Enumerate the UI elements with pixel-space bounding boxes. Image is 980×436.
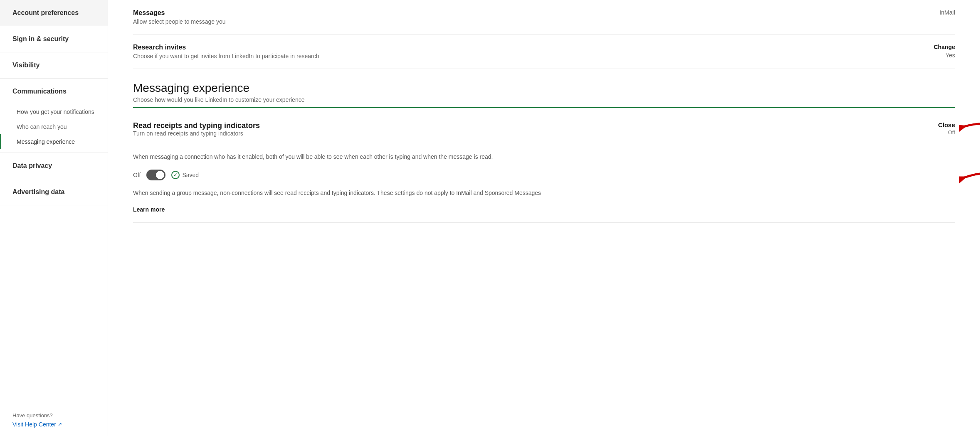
research-invites-setting-row: Research invites Choose if you want to g…: [133, 34, 955, 69]
read-receipts-title: Read receipts and typing indicators: [133, 121, 260, 130]
page-wrapper: Account preferences Sign in & security V…: [0, 0, 980, 436]
sidebar-item-advertising-data[interactable]: Advertising data: [0, 179, 108, 205]
read-receipts-desc: Turn on read receipts and typing indicat…: [133, 130, 260, 137]
research-invites-right: Change Yes: [922, 44, 955, 59]
learn-more-link[interactable]: Learn more: [133, 206, 165, 213]
sidebar-sub-section: How you get your notifications Who can r…: [0, 104, 108, 153]
sidebar-item-account-preferences[interactable]: Account preferences: [0, 0, 108, 26]
group-msg-note: When sending a group message, non-connec…: [133, 189, 955, 197]
read-receipts-body: When messaging a connection who has it e…: [133, 146, 955, 213]
research-invites-title: Research invites: [133, 44, 922, 51]
sidebar-footer: Have questions? Visit Help Center ↗: [0, 404, 108, 436]
messages-desc: Allow select people to message you: [133, 18, 922, 25]
toggle-slider: [146, 170, 165, 180]
close-value: Off: [948, 129, 955, 135]
visit-help-center-link[interactable]: Visit Help Center ↗: [12, 421, 95, 428]
read-receipts-body-text: When messaging a connection who has it e…: [133, 153, 955, 161]
have-questions-text: Have questions?: [12, 412, 95, 419]
read-receipts-title-area: Read receipts and typing indicators Turn…: [133, 121, 260, 143]
sidebar-wrapper: Account preferences Sign in & security V…: [0, 0, 108, 436]
messages-value: InMail: [940, 9, 955, 16]
saved-text: Saved: [182, 172, 199, 178]
messages-title: Messages: [133, 9, 922, 17]
sidebar: Account preferences Sign in & security V…: [0, 0, 108, 436]
research-invites-value: Yes: [945, 52, 955, 59]
messages-setting-row: Messages Allow select people to message …: [133, 0, 955, 34]
section-divider: [133, 107, 955, 108]
sidebar-sub-item-notifications[interactable]: How you get your notifications: [0, 104, 108, 119]
messaging-experience-subtitle: Choose how would you like LinkedIn to cu…: [133, 96, 955, 103]
sidebar-communications-section: Communications How you get your notifica…: [0, 79, 108, 153]
read-receipts-close-button[interactable]: Close Off: [938, 121, 955, 135]
messages-right: InMail: [922, 9, 955, 16]
read-receipts-header: Read receipts and typing indicators Turn…: [133, 121, 955, 143]
toggle-row: Off ✓ Saved: [133, 170, 955, 180]
sidebar-item-data-privacy[interactable]: Data privacy: [0, 153, 108, 179]
research-invites-desc: Choose if you want to get invites from L…: [133, 53, 922, 59]
close-arrow: [959, 116, 980, 139]
saved-badge: ✓ Saved: [171, 171, 199, 179]
research-invites-left: Research invites Choose if you want to g…: [133, 44, 922, 59]
external-link-icon: ↗: [58, 421, 62, 427]
sidebar-item-visibility[interactable]: Visibility: [0, 52, 108, 79]
check-icon: ✓: [171, 171, 180, 179]
saved-arrow: [959, 165, 980, 188]
toggle-off-label: Off: [133, 172, 141, 178]
read-receipts-toggle[interactable]: [146, 170, 165, 180]
sidebar-sub-item-messaging-experience[interactable]: Messaging experience: [0, 134, 108, 149]
sidebar-item-sign-in-security[interactable]: Sign in & security: [0, 26, 108, 52]
sidebar-item-communications[interactable]: Communications: [0, 79, 108, 104]
sidebar-sub-item-who-can-reach[interactable]: Who can reach you: [0, 119, 108, 134]
read-receipts-setting: Read receipts and typing indicators Turn…: [133, 112, 955, 223]
main-content: Messages Allow select people to message …: [108, 0, 980, 436]
content-section: Messages Allow select people to message …: [108, 0, 980, 223]
messaging-experience-header: Messaging experience Choose how would yo…: [133, 69, 955, 112]
close-label: Close: [938, 121, 955, 128]
messages-setting-left: Messages Allow select people to message …: [133, 9, 922, 25]
research-invites-change-button[interactable]: Change: [934, 44, 955, 50]
messaging-experience-title: Messaging experience: [133, 81, 955, 95]
